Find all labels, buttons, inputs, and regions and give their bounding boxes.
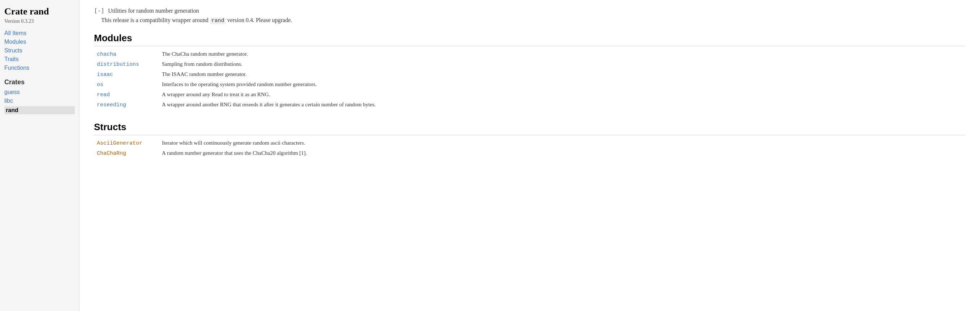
sidebar-item-traits[interactable]: Traits — [4, 56, 75, 62]
intro-heading-text: Utilities for random number generation — [108, 8, 199, 14]
struct-desc-asciigenerator: Iterator which will continuously generat… — [159, 138, 966, 148]
intro-heading-line: [-] Utilities for random number generati… — [94, 7, 966, 14]
structs-table: AsciiGenerator Iterator which will conti… — [94, 138, 966, 158]
table-row: reseeding A wrapper around another RNG t… — [94, 100, 966, 110]
sidebar-item-modules[interactable]: Modules — [4, 39, 75, 45]
module-desc-isaac: The ISAAC random number generator. — [159, 69, 966, 80]
crates-section-header: Crates — [4, 78, 75, 86]
module-link-isaac[interactable]: isaac — [97, 72, 113, 78]
module-desc-read: A wrapper around any Read to treat it as… — [159, 90, 966, 100]
module-desc-chacha: The ChaCha random number generator. — [159, 49, 966, 59]
module-link-os[interactable]: os — [97, 82, 103, 88]
intro-block: [-] Utilities for random number generati… — [94, 7, 966, 24]
sidebar-item-libc[interactable]: libc — [4, 97, 75, 104]
inline-code-rand: rand — [210, 18, 226, 24]
module-desc-distributions: Sampling from random distributions. — [159, 59, 966, 69]
modules-section-title: Modules — [94, 33, 966, 46]
modules-table: chacha The ChaCha random number generato… — [94, 49, 966, 110]
module-link-reseeding[interactable]: reseeding — [97, 102, 126, 108]
structs-section-title: Structs — [94, 121, 966, 135]
crate-version: Version 0.3.23 — [4, 18, 75, 24]
struct-desc-chacharmong: A random number generator that uses the … — [159, 148, 966, 158]
struct-link-chacharmong[interactable]: ChaChaRng — [97, 150, 126, 156]
module-link-read[interactable]: read — [97, 92, 110, 98]
main-content: [-] Utilities for random number generati… — [80, 0, 980, 311]
all-items-link[interactable]: All Items — [4, 30, 75, 37]
table-row: AsciiGenerator Iterator which will conti… — [94, 138, 966, 148]
sidebar-item-functions[interactable]: Functions — [4, 65, 75, 71]
table-row: isaac The ISAAC random number generator. — [94, 69, 966, 80]
module-link-distributions[interactable]: distributions — [97, 62, 139, 68]
table-row: distributions Sampling from random distr… — [94, 59, 966, 69]
table-row: read A wrapper around any Read to treat … — [94, 90, 966, 100]
struct-link-asciigenerator[interactable]: AsciiGenerator — [97, 140, 142, 147]
sidebar-item-structs[interactable]: Structs — [4, 47, 75, 54]
module-link-chacha[interactable]: chacha — [97, 51, 116, 57]
table-row: os Interfaces to the operating system pr… — [94, 80, 966, 90]
crate-title: Crate rand — [4, 6, 75, 17]
intro-body-prefix: This release is a compatibility wrapper … — [101, 17, 210, 23]
table-row: ChaChaRng A random number generator that… — [94, 148, 966, 158]
sidebar-item-guess[interactable]: guess — [4, 89, 75, 96]
intro-body-suffix: version 0.4. Please upgrade. — [226, 17, 292, 23]
sidebar-item-rand-active: rand — [4, 106, 75, 114]
module-desc-os: Interfaces to the operating system provi… — [159, 80, 966, 90]
collapse-marker[interactable]: [-] — [94, 7, 105, 14]
sidebar: Crate rand Version 0.3.23 All Items Modu… — [0, 0, 80, 311]
table-row: chacha The ChaCha random number generato… — [94, 49, 966, 59]
module-desc-reseeding: A wrapper around another RNG that reseed… — [159, 100, 966, 110]
intro-body: This release is a compatibility wrapper … — [101, 17, 966, 24]
